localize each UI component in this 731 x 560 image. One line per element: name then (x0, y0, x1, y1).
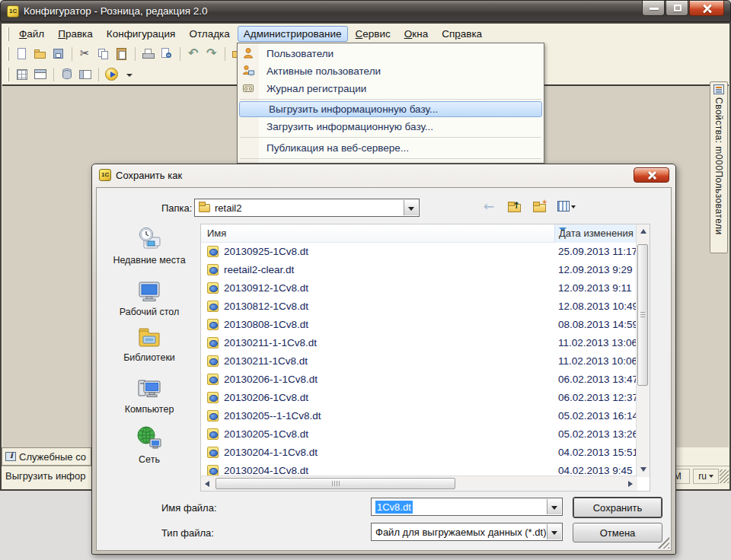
user-icon (242, 47, 254, 59)
scroll-left-icon[interactable] (202, 477, 215, 490)
folder-dropdown-button[interactable] (404, 200, 418, 215)
redo-icon[interactable] (203, 46, 220, 62)
dialog-nav-toolbar (481, 199, 575, 214)
place-desktop[interactable]: Рабочий стол (101, 276, 197, 317)
service-messages-tab[interactable]: Служебные со (2, 447, 91, 466)
places-bar: Недавние места Рабочий стол Библиотеки К… (101, 223, 197, 504)
vertical-scrollbar[interactable] (636, 224, 650, 477)
menu-help[interactable]: Справка (436, 26, 488, 42)
file-row[interactable]: 20130205-1Cv8.dt05.02.2013 13:26 (201, 425, 637, 444)
filetype-combobox[interactable]: Файл для выгружаемых данных (*.dt) (371, 523, 563, 541)
filetype-label: Тип файла: (161, 527, 214, 539)
place-recent[interactable]: Недавние места (101, 224, 197, 266)
status-text: Выгрузить инфор (5, 470, 86, 482)
toolbar-grip[interactable] (7, 68, 9, 81)
save-icon[interactable] (50, 46, 67, 62)
table-icon[interactable] (77, 67, 94, 82)
folder-combobox[interactable]: retail2 (194, 199, 420, 217)
menu-item-restore-infobase[interactable]: Загрузить информационную базу... (238, 118, 544, 135)
vertical-scroll-thumb[interactable] (637, 244, 648, 386)
paste-icon[interactable] (113, 46, 130, 62)
menu-separator (240, 158, 541, 159)
toolbar-dropdown-caret-icon[interactable] (122, 67, 139, 82)
toolbar-grip[interactable] (7, 27, 9, 41)
file-row[interactable]: 20130812-1Cv8.dt12.08.2013 10:49 (201, 298, 637, 316)
column-header-date[interactable]: Дата изменения (554, 224, 637, 243)
menu-item-users[interactable]: Пользователи (238, 45, 544, 62)
file-row[interactable]: 20130211-1-1Cv8.dt11.02.2013 13:06 (201, 334, 637, 352)
file-list-header: Имя Дата изменения (201, 224, 637, 243)
maximize-button[interactable] (666, 1, 688, 16)
view-menu-icon[interactable] (557, 199, 575, 214)
new-document-icon[interactable] (14, 46, 30, 62)
print-preview-icon[interactable] (158, 46, 175, 62)
file-row[interactable]: 20130206-1Cv8.dt06.02.2013 12:37 (201, 389, 637, 407)
menu-item-web-publish[interactable]: Публикация на веб-сервере... (238, 139, 544, 157)
file-row[interactable]: 20130205--1-1Cv8.dt05.02.2013 16:14 (201, 407, 637, 425)
filename-dropdown-button[interactable] (547, 499, 561, 514)
resize-grip[interactable] (720, 469, 729, 483)
database-icon[interactable] (59, 67, 75, 82)
new-folder-icon[interactable] (531, 199, 550, 214)
menu-item-active-users[interactable]: Активные пользователи (238, 62, 544, 80)
horizontal-scrollbar[interactable] (201, 476, 637, 491)
menu-item-dump-infobase[interactable]: Выгрузить информационную базу... (239, 101, 542, 117)
scroll-down-icon[interactable] (637, 463, 650, 476)
dt-file-icon (207, 374, 219, 385)
file-row[interactable]: 20130912-1Cv8.dt12.09.2013 9:11 (201, 279, 637, 298)
file-row[interactable]: 20130925-1Cv8.dt25.09.2013 11:17 (201, 243, 637, 261)
file-row[interactable]: reetail2-clear.dt12.09.2013 9:29 (201, 261, 637, 279)
info-icon (5, 452, 16, 461)
folder-icon (199, 204, 210, 212)
menu-item-registration-journal[interactable]: Журнал регистрации (238, 80, 544, 97)
configuration-grid-icon[interactable] (14, 67, 30, 82)
dialog-app-icon (99, 169, 111, 181)
scroll-up-icon[interactable] (637, 225, 650, 238)
file-row[interactable]: 20130211-1Cv8.dt11.02.2013 10:06 (201, 352, 637, 371)
filename-combobox[interactable]: 1Cv8.dt (371, 498, 563, 516)
language-indicator[interactable]: ru (693, 469, 719, 484)
place-libraries[interactable]: Библиотеки (101, 322, 197, 363)
menu-file[interactable]: Файл (13, 26, 50, 42)
run-debug-icon[interactable] (104, 67, 120, 82)
cancel-button[interactable]: Отмена (573, 523, 662, 542)
caption-buttons (642, 1, 724, 16)
place-computer[interactable]: Компьютер (101, 374, 197, 415)
copy-icon[interactable] (95, 46, 112, 62)
file-row[interactable]: 20130808-1Cv8.dt08.08.2013 14:59 (201, 316, 637, 334)
dt-file-icon (207, 410, 219, 422)
place-network[interactable]: Сеть (101, 424, 197, 465)
file-row[interactable]: 20130206-1-1Cv8.dt06.02.2013 13:47 (201, 371, 637, 389)
column-header-name[interactable]: Имя (207, 228, 226, 239)
file-row[interactable]: 20130204-1Cv8.dt04.02.2013 9:45 (201, 462, 637, 477)
close-button[interactable] (689, 1, 724, 16)
minimize-button[interactable] (642, 1, 665, 16)
properties-tab-label: Свойства: m000Пользователи (713, 97, 724, 235)
open-icon[interactable] (32, 46, 49, 62)
menu-administration[interactable]: Администрирование (238, 26, 348, 42)
scroll-right-icon[interactable] (624, 477, 637, 490)
cut-icon[interactable] (77, 46, 94, 62)
menu-configuration[interactable]: Конфигурация (101, 26, 182, 42)
menu-edit[interactable]: Правка (52, 26, 99, 42)
menu-windows[interactable]: Окна (398, 26, 434, 42)
save-button[interactable]: Сохранить (573, 497, 662, 518)
toolbar-grip[interactable] (7, 47, 9, 61)
app-icon-1c (7, 5, 19, 18)
up-one-level-icon[interactable] (506, 199, 525, 214)
active-users-icon (242, 65, 254, 77)
file-row[interactable]: 20130204-1-1Cv8.dt04.02.2013 15:51 (201, 444, 637, 462)
dialog-close-button[interactable] (634, 167, 669, 183)
menu-service[interactable]: Сервис (350, 26, 397, 42)
back-arrow-icon[interactable] (481, 199, 500, 214)
filetype-value: Файл для выгружаемых данных (*.dt) (375, 527, 546, 538)
menu-debug[interactable]: Отладка (183, 26, 235, 42)
titlebar[interactable]: Конфигуратор - Розница, редакция 2.0 (0, 0, 731, 22)
properties-panel-tab[interactable]: Свойства: m000Пользователи (710, 81, 728, 253)
print-icon[interactable] (140, 46, 157, 62)
horizontal-scroll-thumb[interactable] (215, 478, 455, 489)
window-settings-icon[interactable] (32, 67, 49, 82)
undo-icon[interactable] (185, 46, 202, 62)
filetype-dropdown-button[interactable] (547, 524, 561, 539)
maximize-icon (674, 5, 682, 11)
